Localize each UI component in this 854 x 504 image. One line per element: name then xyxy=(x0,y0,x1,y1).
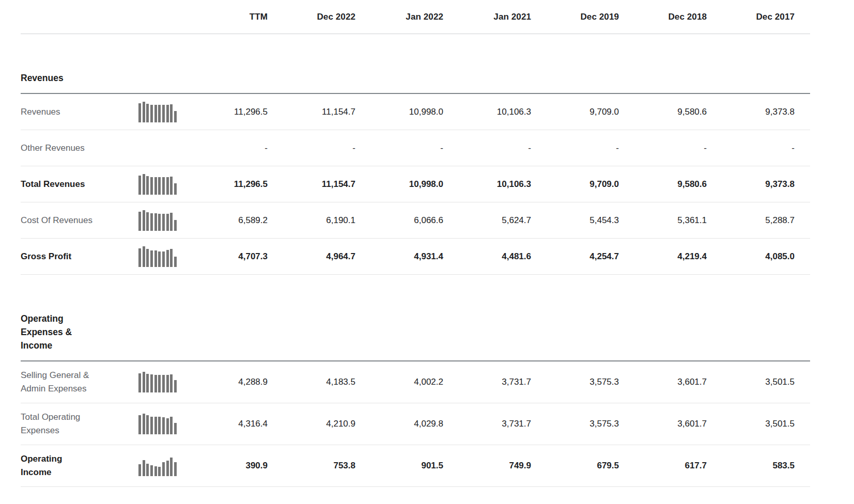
row-label-cell: Operating Income xyxy=(21,452,138,479)
value-cell: - xyxy=(531,143,619,153)
sparkline-bar xyxy=(143,460,145,476)
table-row: Other Revenues------- xyxy=(21,130,810,166)
value-cell: 9,580.6 xyxy=(619,107,707,117)
sparkline-bar xyxy=(162,375,165,392)
value-cell: 4,183.5 xyxy=(268,377,355,387)
value-cell: 3,575.3 xyxy=(531,377,619,387)
sparkline-bar xyxy=(138,212,141,231)
sparkline-bar xyxy=(143,210,145,231)
value-cell: 4,002.2 xyxy=(355,377,443,387)
value-cell: 9,373.8 xyxy=(707,179,795,190)
sparkline-cell xyxy=(138,174,180,195)
sparkline-chart[interactable] xyxy=(138,210,177,231)
sparkline-bar xyxy=(174,462,177,476)
value-cell: 749.9 xyxy=(443,461,531,471)
table-row: Revenues11,296.511,154.710,998.010,106.3… xyxy=(21,94,810,130)
value-cell: 9,373.8 xyxy=(707,107,795,117)
value-cell: 10,106.3 xyxy=(443,107,531,117)
value-cell: 753.8 xyxy=(268,461,355,471)
sparkline-chart[interactable] xyxy=(138,174,177,195)
sparkline-bar xyxy=(174,183,177,195)
sparkline-bar xyxy=(166,105,169,122)
table-row: Cost Of Revenues6,589.26,190.16,066.65,6… xyxy=(21,202,810,239)
sparkline-cell xyxy=(138,102,180,122)
value-cell: - xyxy=(180,143,268,153)
sparkline-bar xyxy=(162,417,165,434)
sparkline-bar xyxy=(138,103,141,122)
sparkline-bar xyxy=(154,466,157,476)
sparkline-cell xyxy=(138,210,180,231)
table-row: Total Revenues11,296.511,154.710,998.010… xyxy=(21,166,810,202)
sparkline-bar xyxy=(158,251,161,267)
sparkline-bar xyxy=(150,465,153,476)
value-cell: 583.5 xyxy=(707,461,795,471)
sparkline-bar xyxy=(138,464,141,476)
sparkline-bar xyxy=(143,246,145,267)
sparkline-chart[interactable] xyxy=(138,246,177,267)
sparkline-bar xyxy=(146,212,149,231)
sparkline-cell xyxy=(138,246,180,267)
sparkline-bar xyxy=(138,373,141,392)
sparkline-cell xyxy=(138,372,180,392)
row-label: Cost Of Revenues xyxy=(21,214,92,227)
sparkline-bar xyxy=(170,177,173,195)
sparkline-bar xyxy=(154,417,157,434)
sparkline-bar xyxy=(166,375,169,392)
sparkline-bar xyxy=(150,213,153,231)
sparkline-bar xyxy=(170,374,173,392)
row-label-cell: Selling General & Admin Expenses xyxy=(21,369,138,396)
sparkline-bar xyxy=(154,213,157,231)
sparkline-bar xyxy=(166,418,169,434)
section-title: Operating Expenses & Income xyxy=(21,312,85,352)
column-header: Jan 2021 xyxy=(443,12,531,22)
sparkline-chart[interactable] xyxy=(138,102,177,122)
value-cell: 901.5 xyxy=(355,461,443,471)
row-label: Revenues xyxy=(21,105,60,119)
value-cell: 5,361.1 xyxy=(619,215,707,226)
sparkline-chart[interactable] xyxy=(138,372,177,392)
value-cell: 10,998.0 xyxy=(355,179,443,190)
value-cell: - xyxy=(707,143,795,153)
sparkline-bar xyxy=(154,177,157,195)
value-cell: 4,210.9 xyxy=(268,419,355,429)
sparkline-bar xyxy=(162,214,165,231)
sparkline-bar xyxy=(154,375,157,392)
value-cell: 9,709.0 xyxy=(531,107,619,117)
value-cell: 11,296.5 xyxy=(180,107,268,117)
sparkline-bar xyxy=(162,177,165,195)
row-label-cell: Total Revenues xyxy=(21,178,138,191)
value-cell: - xyxy=(355,143,443,153)
section-title: Revenues xyxy=(21,71,85,85)
sparkline-bar xyxy=(150,374,153,392)
table-row: Total Operating Expenses4,316.44,210.94,… xyxy=(21,403,810,445)
sparkline-bar xyxy=(158,214,161,231)
sparkline-bar xyxy=(150,417,153,434)
value-cell: 9,580.6 xyxy=(619,179,707,190)
value-cell: 11,296.5 xyxy=(180,179,268,190)
sparkline-bar xyxy=(174,380,177,392)
sparkline-chart[interactable] xyxy=(138,455,177,476)
value-cell: 4,931.4 xyxy=(355,251,443,262)
row-label: Gross Profit xyxy=(21,250,71,263)
row-label-cell: Other Revenues xyxy=(21,141,138,155)
sparkline-bar xyxy=(138,176,141,195)
sparkline-bar xyxy=(150,177,153,195)
value-cell: 3,501.5 xyxy=(707,377,795,387)
sparkline-bar xyxy=(154,250,157,267)
row-label-cell: Gross Profit xyxy=(21,250,138,263)
value-cell: 4,481.6 xyxy=(443,251,531,262)
column-header: TTM xyxy=(180,12,268,22)
sparkline-bar xyxy=(158,417,161,434)
value-cell: 4,029.8 xyxy=(355,419,443,429)
value-cell: 3,731.7 xyxy=(443,377,531,387)
value-cell: 4,707.3 xyxy=(180,251,268,262)
row-label: Total Operating Expenses xyxy=(21,411,95,437)
value-cell: 4,085.0 xyxy=(707,251,795,262)
sparkline-bar xyxy=(158,105,161,122)
value-cell: 3,501.5 xyxy=(707,419,795,429)
column-header: Dec 2017 xyxy=(707,12,795,22)
sparkline-chart[interactable] xyxy=(138,414,177,434)
value-cell: 617.7 xyxy=(619,461,707,471)
sparkline-bar xyxy=(150,105,153,122)
sparkline-bar xyxy=(146,415,149,434)
